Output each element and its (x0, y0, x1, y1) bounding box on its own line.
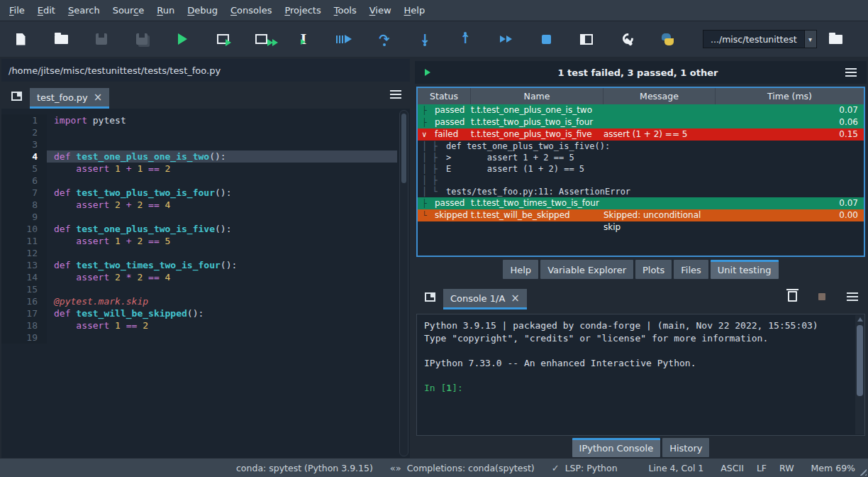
maximize-pane-icon[interactable] (576, 28, 597, 50)
test-result-row-failed[interactable]: ∨failedt.t.test_one_plus_two_is_fiveasse… (418, 128, 864, 141)
line-number: 2 (1, 126, 47, 138)
tree-guide: │ ├ (418, 175, 446, 186)
preferences-icon[interactable] (616, 28, 638, 50)
remove-variables-icon[interactable] (788, 291, 797, 302)
resize-grip[interactable] (857, 466, 867, 476)
tab-test-foo-py[interactable]: test_foo.py × (30, 88, 109, 109)
close-icon[interactable]: × (511, 293, 520, 304)
menu-view[interactable]: View (363, 0, 398, 21)
menu-help[interactable]: Help (398, 0, 432, 21)
scrollbar-thumb[interactable] (857, 325, 863, 396)
menu-edit[interactable]: Edit (31, 0, 62, 21)
scroll-up-arrow-icon[interactable] (857, 317, 863, 322)
message-cell (603, 116, 716, 128)
line-number: 5 (1, 163, 47, 175)
pythonpath-manager-icon[interactable] (657, 28, 678, 50)
run-cell-icon[interactable] (212, 28, 233, 50)
console-line: Python 3.9.15 | packaged by conda-forge … (424, 319, 850, 332)
browse-tabs-icon (11, 92, 22, 101)
editor-scrollbar[interactable] (399, 110, 408, 456)
run-cell-advance-icon[interactable] (252, 28, 274, 50)
browse-tabs-button[interactable] (6, 85, 27, 106)
scrollbar-thumb[interactable] (401, 114, 406, 183)
file-path-bar: /home/jitse/misc/testunittest/tests/test… (1, 59, 410, 82)
tab-plots[interactable]: Plots (635, 260, 672, 279)
table-header: Status Name Message Time (ms) (418, 88, 864, 104)
column-name: Name (471, 88, 603, 104)
open-file-icon[interactable] (50, 28, 72, 50)
message-cell: Skipped: unconditional skip (603, 209, 716, 234)
working-directory-value[interactable]: .../misc/testunittest (703, 30, 805, 48)
test-result-row-skipped[interactable]: └skippedt.t.test_will_be_skippedSkipped:… (418, 209, 864, 221)
test-result-row-passed[interactable]: ├passedt.t.test_two_plus_two_is_four0.06 (418, 116, 864, 128)
step-return-icon[interactable]: ↑ (455, 28, 476, 50)
step-over-icon[interactable]: ↷ (374, 28, 395, 50)
tab-console-1a[interactable]: Console 1/A × (443, 289, 527, 309)
run-file-icon[interactable] (172, 28, 193, 50)
code-line-19: 19 (1, 331, 410, 344)
console-line (424, 344, 850, 357)
console-line: Type "copyright", "credits" or "license"… (424, 332, 850, 345)
line-source: def test_one_plus_two_is_five(): (47, 223, 410, 235)
tab-files[interactable]: Files (674, 260, 708, 279)
ipython-console-output[interactable]: Python 3.9.15 | packaged by conda-forge … (416, 314, 865, 436)
menu-tools[interactable]: Tools (328, 0, 363, 21)
console-options-menu-button[interactable] (847, 292, 858, 301)
unit-testing-options-menu-button[interactable] (845, 68, 857, 77)
message-cell (603, 197, 716, 209)
conda-env-status[interactable]: conda: spytest (Python 3.9.15) (236, 463, 373, 473)
tab-unit-testing[interactable]: Unit testing (711, 260, 779, 279)
tab-help[interactable]: Help (503, 260, 538, 279)
menu-consoles[interactable]: Consoles (224, 0, 278, 21)
line-source: assert 2 * 2 == 4 (47, 271, 410, 283)
working-directory-combo[interactable]: .../misc/testunittest ▾ (703, 30, 817, 48)
run-selection-icon[interactable]: I (293, 28, 314, 50)
completions-status[interactable]: Completions: conda(spytest) (407, 463, 535, 473)
console-prompt[interactable]: In [1]: (424, 382, 850, 395)
code-editor[interactable]: 1import pytest234def test_one_plus_one_i… (1, 109, 410, 458)
menu-file[interactable]: File (3, 0, 31, 21)
test-summary: 1 test failed, 3 passed, 1 other (430, 67, 845, 78)
menu-source[interactable]: Source (106, 0, 151, 21)
code-line-11: 11 assert 1 + 2 == 5 (1, 235, 410, 247)
stop-icon[interactable] (535, 28, 557, 50)
line-source (47, 283, 410, 295)
menu-search[interactable]: Search (62, 0, 106, 21)
debug-file-icon[interactable] (333, 28, 355, 50)
test-detail-row[interactable]: │ ├> assert 1 + 2 == 5 (418, 152, 864, 163)
menu-run[interactable]: Run (150, 0, 181, 21)
test-detail-row[interactable]: │ └tests/test_foo.py:11: AssertionError (418, 186, 864, 197)
test-detail-row[interactable]: │ ├E assert (1 + 2) == 5 (418, 163, 864, 175)
chevron-down-icon[interactable]: ▾ (805, 30, 817, 48)
browse-tabs-button[interactable] (419, 286, 440, 307)
line-number: 14 (1, 271, 47, 283)
close-icon[interactable]: × (94, 92, 103, 103)
step-into-icon[interactable]: ↓ (414, 28, 435, 50)
line-number: 15 (1, 283, 47, 295)
test-detail-row[interactable]: │ ├def test_one_plus_two_is_five(): (418, 141, 864, 152)
editor-options-menu-button[interactable] (390, 90, 401, 99)
code-line-6: 6 (1, 175, 410, 187)
run-tests-button[interactable] (425, 69, 430, 76)
interrupt-kernel-icon[interactable] (818, 293, 825, 300)
line-source: import pytest (47, 114, 410, 126)
memory-status: Mem 69% (811, 463, 855, 473)
test-results-table[interactable]: Status Name Message Time (ms) ├passedt.t… (416, 87, 865, 257)
console-pane: Console 1/A × Python 3.9.15 | packaged b… (415, 283, 867, 458)
menu-debug[interactable]: Debug (181, 0, 224, 21)
tab-ipython-console[interactable]: IPython Console (572, 438, 661, 457)
tab-variable-explorer[interactable]: Variable Explorer (540, 260, 633, 279)
line-number: 13 (1, 259, 47, 271)
status-bar: conda: spytest (Python 3.9.15) «» Comple… (0, 459, 868, 477)
console-scrollbar[interactable] (855, 315, 864, 434)
tab-history[interactable]: History (662, 438, 709, 457)
save-all-icon (131, 28, 152, 50)
test-result-row-passed[interactable]: ├passedt.t.test_one_plus_one_is_two0.07 (418, 104, 864, 116)
menu-projects[interactable]: Projects (278, 0, 327, 21)
new-file-icon[interactable] (10, 28, 31, 50)
test-result-row-passed[interactable]: ├passedt.t.test_two_times_two_is_four0.0… (418, 197, 864, 209)
browse-working-directory-button[interactable] (825, 28, 847, 50)
editor-pane: /home/jitse/misc/testunittest/tests/test… (1, 59, 410, 458)
continue-icon[interactable] (495, 28, 516, 50)
test-detail-row[interactable]: │ ├ (418, 175, 864, 186)
